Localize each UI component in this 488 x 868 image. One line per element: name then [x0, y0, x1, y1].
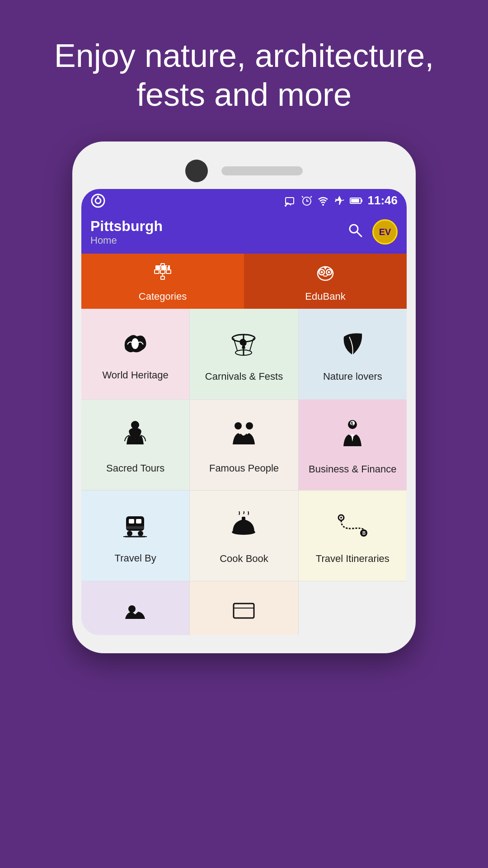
category-famous[interactable]: Famous People [190, 400, 298, 490]
battery-icon [350, 197, 363, 205]
status-left [90, 193, 106, 208]
travel-by-label: Travel By [115, 552, 156, 564]
camera [185, 160, 208, 182]
svg-point-50 [138, 531, 143, 536]
svg-rect-46 [129, 519, 134, 524]
home-label: Home [90, 235, 163, 246]
status-time: 11:46 [368, 193, 398, 208]
category-carnivals[interactable]: Carnivals & Fests [190, 309, 298, 399]
world-heritage-icon [121, 331, 150, 362]
tab-categories[interactable]: Categories [81, 254, 244, 309]
category-partial-1[interactable] [81, 581, 189, 635]
category-nature[interactable]: Nature lovers [299, 309, 407, 399]
svg-point-4 [285, 205, 286, 207]
svg-point-6 [322, 204, 324, 206]
svg-rect-9 [361, 199, 362, 202]
partial1-icon [123, 595, 148, 626]
svg-rect-26 [161, 276, 164, 279]
tab-categories-label: Categories [139, 291, 187, 302]
partial2-icon [231, 595, 256, 626]
phone-mockup: 11:46 Pittsburgh Home EV [72, 142, 416, 653]
business-icon: $ [339, 419, 366, 456]
edubank-icon [314, 262, 336, 288]
airplane-icon [333, 195, 345, 207]
tab-edubank[interactable]: EduBank [244, 254, 407, 309]
svg-point-49 [127, 531, 132, 536]
travel-by-icon [121, 512, 150, 545]
svg-rect-18 [155, 270, 159, 274]
cookbook-icon [229, 511, 258, 546]
category-grid: World Heritage Carni [81, 309, 407, 635]
itineraries-icon: B [337, 511, 368, 546]
famous-icon [229, 420, 258, 455]
svg-rect-19 [160, 270, 165, 274]
svg-rect-53 [242, 517, 245, 520]
svg-rect-48 [126, 526, 144, 529]
category-sacred[interactable]: Sacred Tours [81, 400, 189, 490]
svg-text:$: $ [351, 421, 353, 426]
ev-badge[interactable]: EV [372, 219, 398, 245]
sacred-icon [123, 420, 148, 455]
svg-rect-8 [351, 199, 359, 203]
phone-bezel-top [81, 151, 407, 189]
nature-icon [340, 330, 365, 363]
speaker [221, 166, 303, 175]
tab-bar: Categories EduBank [81, 254, 407, 309]
carnivals-icon [229, 330, 258, 363]
nature-label: Nature lovers [323, 371, 382, 382]
status-bar: 11:46 [81, 189, 407, 212]
sacred-label: Sacred Tours [106, 462, 164, 474]
category-partial-2[interactable] [190, 581, 298, 635]
svg-point-1 [95, 198, 101, 203]
app-logo-icon [90, 193, 106, 208]
hero-text: Enjoy nature, architecture, fests and mo… [0, 0, 488, 142]
category-world-heritage[interactable]: World Heritage [81, 309, 189, 399]
category-cookbook[interactable]: Cook Book [190, 491, 298, 581]
svg-line-11 [357, 232, 361, 236]
category-travel-by[interactable]: Travel By [81, 491, 189, 581]
categories-icon [152, 262, 174, 288]
world-heritage-label: World Heritage [103, 369, 169, 381]
svg-point-41 [246, 422, 253, 429]
carnivals-label: Carnivals & Fests [205, 371, 283, 382]
svg-point-31 [321, 271, 323, 273]
phone-bezel-bottom [81, 635, 407, 644]
svg-point-32 [328, 271, 330, 273]
svg-rect-59 [234, 604, 254, 618]
svg-rect-47 [136, 519, 141, 524]
app-header: Pittsburgh Home EV [81, 212, 407, 254]
city-name: Pittsburgh [90, 218, 163, 235]
svg-point-2 [97, 196, 99, 198]
category-business[interactable]: $ Business & Finance [299, 400, 407, 490]
svg-point-58 [128, 605, 136, 613]
cast-icon [285, 195, 296, 207]
alarm-icon [301, 195, 313, 207]
itineraries-label: Travel Itineraries [316, 553, 389, 565]
wifi-icon [317, 195, 329, 207]
svg-point-40 [235, 422, 242, 429]
header-left: Pittsburgh Home [90, 218, 163, 246]
business-label: Business & Finance [309, 463, 396, 475]
svg-text:B: B [362, 531, 366, 536]
ev-badge-text: EV [379, 227, 391, 237]
category-itineraries[interactable]: B Travel Itineraries [299, 491, 407, 581]
search-button[interactable] [347, 222, 363, 242]
status-icons: 11:46 [285, 193, 398, 208]
category-partial-3 [299, 581, 407, 635]
famous-label: Famous People [209, 462, 279, 474]
svg-rect-16 [165, 265, 167, 266]
phone-screen: 11:46 Pittsburgh Home EV [81, 189, 407, 635]
svg-rect-20 [166, 270, 171, 274]
svg-point-55 [340, 517, 342, 519]
tab-edubank-label: EduBank [305, 291, 345, 302]
cookbook-label: Cook Book [220, 553, 268, 565]
header-right: EV [347, 219, 398, 245]
